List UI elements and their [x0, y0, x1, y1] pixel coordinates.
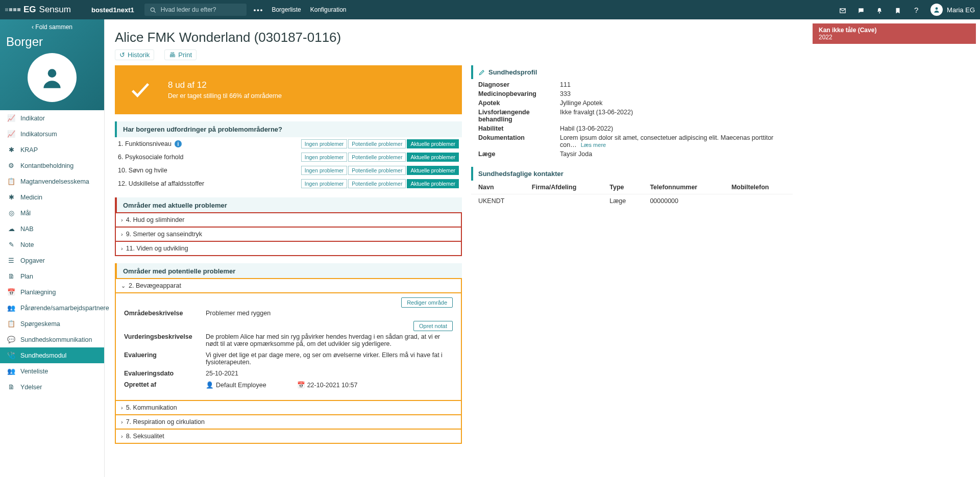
sidebar-item-nab[interactable]: ☁NAB — [0, 221, 104, 237]
potential-row[interactable]: ›8. Seksualitet — [115, 429, 462, 444]
sidebar-item-venteliste[interactable]: 👥Venteliste — [0, 363, 104, 379]
sidebar-item-indikator[interactable]: 📈Indikator — [0, 110, 104, 126]
nav-konfiguration[interactable]: Konfiguration — [310, 6, 347, 13]
bookmark-icon[interactable] — [889, 5, 907, 14]
sidebar-item-krap[interactable]: ✱KRAP — [0, 142, 104, 158]
edit-icon[interactable] — [478, 68, 485, 76]
contacts-row[interactable]: UKENDTLæge00000000 — [471, 194, 793, 208]
opt-potential[interactable]: Potentielle problemer — [348, 139, 406, 148]
opt-none[interactable]: Ingen problemer — [301, 139, 347, 148]
contacts-col-firma/afdeling[interactable]: Firma/Afdeling — [525, 181, 602, 194]
more-menu-icon[interactable]: ••• — [254, 6, 264, 14]
sidebar-item-ydelser[interactable]: 🗎Ydelser — [0, 379, 104, 395]
opt-potential[interactable]: Potentielle problemer — [348, 179, 406, 188]
help-icon[interactable]: ? — [907, 6, 925, 14]
actual-label: 11. Viden og udvikling — [126, 245, 188, 252]
nav-label: Indikatorsum — [20, 131, 57, 138]
question-label: 10. Søvn og hvile — [118, 167, 167, 174]
calendar-icon: 📅 — [297, 382, 305, 389]
contacts-col-type[interactable]: Type — [602, 181, 643, 194]
nav-label: Kontantbeholdning — [20, 162, 74, 169]
profile-key: Livsforlængende behandling — [478, 109, 560, 123]
sidebar-item-magtanvendelsesskema[interactable]: 📋Magtanvendelsesskema — [0, 173, 104, 189]
contacts-col-navn[interactable]: Navn — [471, 181, 525, 194]
cave-alert[interactable]: Kan ikke tåle (Cave) 2022 — [813, 23, 976, 44]
contacts-col-mobiltelefon[interactable]: Mobiltelefon — [724, 181, 793, 194]
read-more-link[interactable]: Læs mere — [581, 142, 606, 148]
contacts-col-telefonnummer[interactable]: Telefonnummer — [643, 181, 724, 194]
opt-actual[interactable]: Aktuelle problemer — [407, 153, 459, 162]
logo[interactable]: EG Sensum — [5, 5, 71, 15]
opt-none[interactable]: Ingen problemer — [301, 153, 347, 162]
alert-year: 2022 — [819, 34, 970, 41]
actual-label: 9. Smerter og sanseindtryk — [126, 231, 202, 238]
nav-icon: 📈 — [7, 114, 15, 122]
edit-area-button[interactable]: Rediger område — [401, 297, 453, 308]
info-icon[interactable]: i — [175, 140, 182, 147]
opt-actual[interactable]: Aktuelle problemer — [407, 166, 459, 175]
nav-icon: ⚙ — [7, 162, 15, 169]
sidebar-heading: Borger — [0, 35, 104, 53]
potential-row-open-header[interactable]: ⌄ 2. Bevægeapparat — [115, 278, 462, 293]
questions-panel: Har borgeren udfordringer på problemområ… — [115, 121, 462, 190]
fold-label: Fold sammen — [35, 23, 72, 31]
nav-icon: 👥 — [7, 304, 15, 312]
nav-borgerliste[interactable]: Borgerliste — [272, 6, 301, 13]
nav-label: Opgaver — [20, 257, 45, 264]
sidebar-item-indikatorsum[interactable]: 📈Indikatorsum — [0, 126, 104, 142]
user-name: Maria EG — [947, 6, 975, 14]
contacts-cell-mobil — [724, 194, 793, 208]
question-row: 6. Psykosociale forholdIngen problemerPo… — [115, 150, 462, 164]
profile-row: Medicinopbevaring333 — [478, 89, 787, 98]
sidebar-item-p-r-rende-samarbejdspartnere[interactable]: 👥Pårørende/samarbejdspartnere — [0, 300, 104, 316]
nav-icon: ✱ — [7, 146, 15, 154]
opt-potential[interactable]: Potentielle problemer — [348, 166, 406, 175]
chevron-right-icon: › — [121, 231, 123, 237]
opt-none[interactable]: Ingen problemer — [301, 166, 347, 175]
potential-open-title: 2. Bevægeapparat — [129, 282, 181, 289]
create-note-button[interactable]: Opret notat — [413, 321, 453, 331]
potential-row[interactable]: ›5. Kommunikation — [115, 400, 462, 415]
progress-card: 8 ud af 12 Der er taget stilling til 66%… — [115, 65, 462, 114]
search-input[interactable] — [161, 6, 241, 13]
context-selector[interactable]: bosted1next1 — [91, 6, 134, 14]
user-menu[interactable]: Maria EG — [930, 4, 975, 16]
eval-value: Vi giver det lige et par dage mere, og s… — [206, 352, 453, 366]
created-by: Default Employee — [216, 382, 266, 389]
actual-label: 4. Hud og slimhinder — [126, 216, 185, 223]
profile-value: Habil (13-06-2022) — [560, 125, 787, 132]
sidebar-item-medicin[interactable]: ✱Medicin — [0, 189, 104, 205]
nav-icon: 💬 — [7, 336, 15, 343]
sidebar-item-m-l[interactable]: ◎Mål — [0, 205, 104, 221]
opt-none[interactable]: Ingen problemer — [301, 179, 347, 188]
sidebar-item-sp-rgeskema[interactable]: 📋Spørgeskema — [0, 316, 104, 332]
actual-row[interactable]: ›9. Smerter og sanseindtryk — [115, 227, 462, 242]
potential-row[interactable]: ›7. Respiration og cirkulation — [115, 414, 462, 430]
opt-actual[interactable]: Aktuelle problemer — [407, 179, 459, 188]
bell-icon[interactable] — [870, 5, 889, 14]
sidebar-item-opgaver[interactable]: ☰Opgaver — [0, 253, 104, 268]
sidebar-item-sundhedskommunikation[interactable]: 💬Sundhedskommunikation — [0, 332, 104, 347]
sidebar-item-note[interactable]: ✎Note — [0, 237, 104, 253]
sidebar-item-planl-gning[interactable]: 📅Planlægning — [0, 284, 104, 300]
opt-potential[interactable]: Potentielle problemer — [348, 153, 406, 162]
segmented-control: Ingen problemerPotentielle problemerAktu… — [301, 153, 459, 162]
sidebar-nav: 📈Indikator📈Indikatorsum✱KRAP⚙Kontantbeho… — [0, 110, 104, 395]
logo-icon — [5, 8, 20, 11]
opt-actual[interactable]: Aktuelle problemer — [407, 139, 459, 148]
actual-row[interactable]: ›4. Hud og slimhinder — [115, 212, 462, 228]
sidebar-item-plan[interactable]: 🗎Plan — [0, 268, 104, 284]
profile-row: Diagnoser111 — [478, 80, 787, 89]
chevron-left-icon: ‹ — [32, 23, 34, 31]
chat-icon[interactable] — [852, 5, 870, 14]
mail-icon[interactable] — [834, 5, 852, 14]
citizen-avatar[interactable] — [28, 53, 77, 102]
fold-toggle[interactable]: ‹ Fold sammen — [0, 19, 104, 35]
print-button[interactable]: 🖶 Print — [164, 49, 197, 60]
sidebar-item-kontantbeholdning[interactable]: ⚙Kontantbeholdning — [0, 158, 104, 173]
search-box[interactable] — [144, 4, 247, 16]
historik-button[interactable]: ↺ Historik — [115, 49, 154, 60]
actual-row[interactable]: ›11. Viden og udvikling — [115, 241, 462, 256]
nav-icon: ☁ — [7, 225, 15, 233]
sidebar-item-sundhedsmodul[interactable]: 🩺Sundhedsmodul — [0, 347, 104, 363]
